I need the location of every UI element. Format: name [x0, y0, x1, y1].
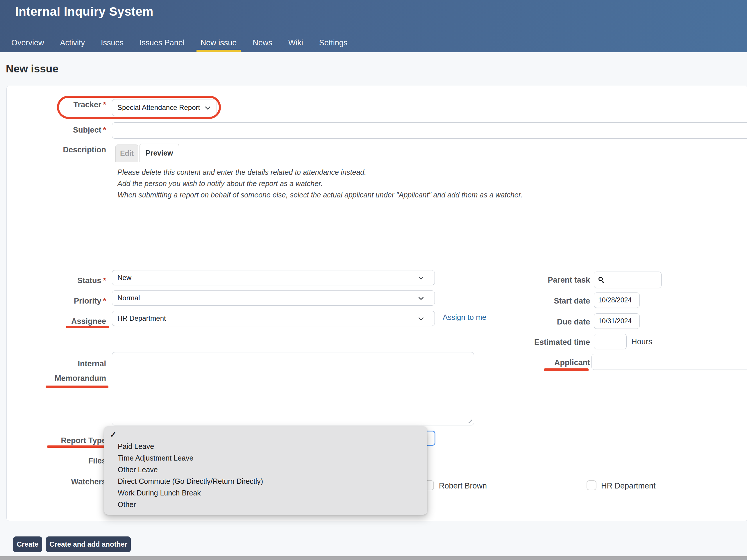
files-label: Files: [29, 457, 106, 465]
status-select[interactable]: New: [112, 270, 435, 285]
dropdown-option-direct-commute[interactable]: Direct Commute (Go Directly/Return Direc…: [104, 475, 427, 487]
required-asterisk: *: [103, 297, 106, 305]
applicant-input[interactable]: [592, 354, 747, 370]
estimated-time-label: Estimated time: [480, 338, 590, 347]
nav-tab-news[interactable]: News: [252, 34, 274, 52]
chevron-down-icon: [418, 315, 423, 321]
description-label: Description: [29, 145, 106, 154]
nav-tab-settings[interactable]: Settings: [318, 34, 349, 52]
priority-select[interactable]: Normal: [112, 290, 435, 306]
nav-tab-issues[interactable]: Issues: [100, 34, 125, 52]
assignee-select[interactable]: HR Department: [112, 311, 435, 326]
search-icon: [598, 277, 604, 283]
description-preview-pane[interactable]: Please delete this content and enter the…: [112, 162, 747, 266]
dropdown-option-blank[interactable]: ✓: [104, 429, 427, 440]
status-select-value: New: [112, 274, 131, 282]
priority-label: Priority*: [29, 297, 106, 306]
hours-unit-label: Hours: [631, 337, 652, 346]
due-date-input[interactable]: [594, 313, 640, 329]
dropdown-option-other[interactable]: Other: [104, 499, 427, 510]
chevron-down-icon: [418, 275, 423, 280]
annotation-underline-applicant: [544, 368, 589, 371]
parent-task-label: Parent task: [480, 276, 590, 285]
annotation-underline-internal-memorandum: [46, 385, 108, 388]
required-asterisk: *: [103, 276, 106, 285]
applicant-label: Applicant: [480, 358, 590, 367]
nav-tab-new-issue[interactable]: New issue: [199, 34, 238, 52]
annotation-oval-tracker: [57, 96, 221, 119]
dropdown-option-work-during-lunch-break[interactable]: Work During Lunch Break: [104, 487, 427, 499]
required-asterisk: *: [103, 126, 106, 134]
main-nav: Overview Activity Issues Issues Panel Ne…: [10, 34, 349, 52]
due-date-label: Due date: [480, 317, 590, 327]
nav-tab-overview[interactable]: Overview: [10, 34, 45, 52]
report-type-label: Report Type: [29, 436, 106, 445]
create-and-add-another-button[interactable]: Create and add another: [46, 536, 131, 552]
description-preview-line: Please delete this content and enter the…: [118, 167, 746, 178]
page-title: New issue: [6, 63, 58, 75]
watcher-checkbox-hr-department[interactable]: [587, 480, 596, 490]
priority-select-value: Normal: [112, 294, 140, 302]
watcher-label-hr-department: HR Department: [601, 482, 656, 490]
estimated-time-input[interactable]: [594, 334, 627, 349]
watchers-label: Watchers: [29, 478, 106, 486]
status-label: Status*: [29, 276, 106, 285]
dropdown-option-paid-leave[interactable]: Paid Leave: [104, 440, 427, 452]
chevron-down-icon: [418, 295, 423, 300]
subject-label: Subject*: [29, 126, 106, 135]
nav-tab-activity[interactable]: Activity: [59, 34, 86, 52]
nav-tab-wiki[interactable]: Wiki: [287, 34, 304, 52]
start-date-input[interactable]: [594, 292, 640, 308]
dropdown-option-time-adjustment-leave[interactable]: Time Adjustment Leave: [104, 452, 427, 464]
internal-memorandum-textarea[interactable]: [112, 352, 474, 425]
description-preview-line: When submitting a report on behalf of so…: [118, 189, 746, 201]
report-type-dropdown-menu: ✓ Paid Leave Time Adjustment Leave Other…: [104, 426, 427, 515]
page: Internal Inquiry System Overview Activit…: [0, 0, 747, 560]
nav-tab-issues-panel[interactable]: Issues Panel: [138, 34, 186, 52]
watcher-label-robert-brown: Robert Brown: [439, 482, 487, 490]
bottom-divider: [0, 556, 747, 560]
create-button[interactable]: Create: [13, 536, 42, 552]
internal-memorandum-label: Internal Memorandum: [29, 356, 106, 385]
tab-edit[interactable]: Edit: [115, 145, 138, 162]
tab-preview[interactable]: Preview: [139, 144, 179, 162]
assignee-select-value: HR Department: [112, 314, 166, 323]
assignee-label: Assignee: [29, 317, 106, 326]
check-icon: ✓: [110, 430, 117, 439]
start-date-label: Start date: [480, 297, 590, 306]
description-preview-line: Add the person you wish to notify about …: [118, 178, 746, 189]
annotation-underline-assignee: [66, 326, 109, 328]
dropdown-option-other-leave[interactable]: Other Leave: [104, 464, 427, 475]
app-title: Internal Inquiry System: [15, 5, 153, 19]
subject-input[interactable]: [112, 122, 747, 139]
app-header: Internal Inquiry System Overview Activit…: [0, 0, 747, 52]
